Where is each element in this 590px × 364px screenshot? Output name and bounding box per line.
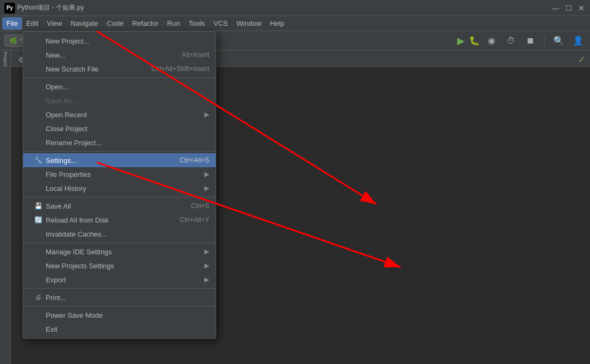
- menu-item-settings[interactable]: 🔧 Settings... Ctrl+Alt+S: [23, 153, 216, 167]
- menu-file[interactable]: File: [2, 17, 22, 30]
- title-bar-controls: — ☐ ✕: [551, 4, 586, 12]
- rename-project-label: Rename Project...: [46, 139, 209, 147]
- new-label: New...: [46, 51, 171, 59]
- save-all-icon: 💾: [34, 202, 42, 210]
- menu-item-new-projects-settings[interactable]: New Projects Settings ▶: [23, 259, 216, 273]
- menu-item-invalidate-caches[interactable]: Invalidate Caches...: [23, 227, 216, 241]
- reload-all-shortcut: Ctrl+Alt+Y: [180, 216, 209, 224]
- editor-checkmark: ✓: [578, 54, 586, 66]
- save-as-label: Save As...: [46, 97, 209, 105]
- separator-5: [23, 288, 216, 289]
- separator-6: [23, 306, 216, 306]
- menu-item-power-save[interactable]: Power Save Mode: [23, 308, 216, 322]
- exit-label: Exit: [46, 325, 209, 333]
- menu-item-print[interactable]: 🖨 Print...: [23, 290, 216, 304]
- new-project-label: New Project...: [46, 37, 209, 45]
- file-dropdown-menu: New Project... New... Alt+Insert New Scr…: [23, 31, 216, 339]
- run-button[interactable]: ▶: [457, 35, 465, 47]
- power-save-icon: [34, 311, 42, 319]
- manage-ide-icon: [34, 247, 42, 256]
- menu-item-open[interactable]: Open...: [23, 80, 216, 94]
- profile-button[interactable]: ⏱: [503, 33, 518, 48]
- file-properties-arrow: ▶: [204, 170, 209, 178]
- close-project-label: Close Project: [46, 125, 209, 133]
- menu-item-manage-ide[interactable]: Manage IDE Settings ▶: [23, 245, 216, 259]
- invalidate-caches-icon: [34, 230, 42, 238]
- settings-icon: 🔧: [34, 156, 42, 165]
- menu-item-rename-project[interactable]: Rename Project...: [23, 135, 216, 149]
- exit-icon: [34, 325, 42, 333]
- menu-vcs[interactable]: VCS: [209, 17, 232, 30]
- local-history-label: Local History: [46, 184, 204, 192]
- menu-item-export[interactable]: Export ▶: [23, 273, 216, 287]
- stop-button[interactable]: ⏹: [523, 33, 538, 48]
- close-button[interactable]: ✕: [577, 4, 586, 12]
- menu-item-exit[interactable]: Exit: [23, 322, 216, 336]
- menu-item-local-history[interactable]: Local History ▶: [23, 181, 216, 195]
- menu-item-file-properties[interactable]: File Properties ▶: [23, 167, 216, 181]
- close-project-icon: [34, 124, 42, 133]
- reload-all-icon: 🔄: [34, 216, 42, 224]
- save-all-label: Save All: [46, 202, 180, 210]
- settings-shortcut: Ctrl+Alt+S: [180, 156, 209, 164]
- title-bar: Py Python项目 - 个如果.py — ☐ ✕: [0, 0, 590, 16]
- menu-item-close-project[interactable]: Close Project: [23, 122, 216, 135]
- menu-view[interactable]: View: [42, 17, 66, 30]
- menu-item-open-recent[interactable]: Open Recent ▶: [23, 108, 216, 122]
- save-as-icon: [34, 96, 42, 105]
- menu-tools[interactable]: Tools: [184, 17, 209, 30]
- new-project-icon: [34, 37, 42, 45]
- menu-edit[interactable]: Edit: [22, 17, 42, 30]
- new-scratch-shortcut: Ctrl+Alt+Shift+Insert: [151, 65, 209, 73]
- title-bar-left: Py Python项目 - 个如果.py: [4, 3, 84, 13]
- window-title: Python项目 - 个如果.py: [17, 3, 84, 12]
- user-button[interactable]: 👤: [571, 33, 586, 48]
- new-icon: [34, 51, 42, 59]
- debug-button[interactable]: 🐛: [469, 35, 480, 46]
- print-icon: 🖨: [34, 293, 42, 302]
- search-everywhere-button[interactable]: 🔍: [551, 33, 566, 48]
- minimize-button[interactable]: —: [551, 4, 560, 12]
- separator-2: [23, 151, 216, 152]
- local-history-icon: [34, 184, 42, 192]
- invalidate-caches-label: Invalidate Caches...: [46, 230, 209, 238]
- new-projects-settings-label: New Projects Settings: [46, 262, 204, 270]
- save-all-shortcut: Ctrl+S: [191, 202, 209, 210]
- menu-code[interactable]: Code: [103, 17, 128, 30]
- export-arrow: ▶: [204, 276, 209, 283]
- new-projects-settings-icon: [34, 261, 42, 270]
- sidebar-icons: Project: [0, 51, 11, 364]
- manage-ide-label: Manage IDE Settings: [46, 248, 204, 256]
- menu-help[interactable]: Help: [266, 17, 289, 30]
- manage-ide-arrow: ▶: [204, 248, 209, 255]
- export-label: Export: [46, 276, 204, 284]
- sidebar-project-icon[interactable]: Project: [1, 55, 10, 63]
- open-recent-arrow: ▶: [204, 111, 209, 118]
- reload-all-label: Reload All from Disk: [46, 216, 169, 224]
- menu-item-reload-all[interactable]: 🔄 Reload All from Disk Ctrl+Alt+Y: [23, 213, 216, 227]
- toolbar-separator-2: [544, 35, 545, 46]
- coverage-button[interactable]: ◉: [484, 33, 499, 48]
- power-save-label: Power Save Mode: [46, 311, 209, 319]
- open-label: Open...: [46, 83, 209, 91]
- new-scratch-icon: [34, 65, 42, 73]
- separator-3: [23, 197, 216, 197]
- menu-item-save-as: Save As...: [23, 94, 216, 108]
- menu-run[interactable]: Run: [163, 17, 184, 30]
- export-icon: [34, 275, 42, 284]
- menu-navigate[interactable]: Navigate: [66, 17, 102, 30]
- local-history-arrow: ▶: [204, 184, 209, 192]
- menu-item-new[interactable]: New... Alt+Insert: [23, 48, 216, 62]
- menu-bar: File Edit View Navigate Code Refactor Ru…: [0, 16, 590, 31]
- new-scratch-label: New Scratch File: [46, 65, 140, 73]
- menu-refactor[interactable]: Refactor: [128, 17, 163, 30]
- menu-window[interactable]: Window: [232, 17, 266, 30]
- open-icon: [34, 82, 42, 91]
- new-projects-settings-arrow: ▶: [204, 262, 209, 269]
- maximize-button[interactable]: ☐: [564, 4, 573, 12]
- menu-item-new-project[interactable]: New Project...: [23, 34, 216, 48]
- settings-label: Settings...: [46, 156, 169, 165]
- menu-item-new-scratch[interactable]: New Scratch File Ctrl+Alt+Shift+Insert: [23, 62, 216, 76]
- file-properties-icon: [34, 170, 42, 179]
- menu-item-save-all[interactable]: 💾 Save All Ctrl+S: [23, 199, 216, 213]
